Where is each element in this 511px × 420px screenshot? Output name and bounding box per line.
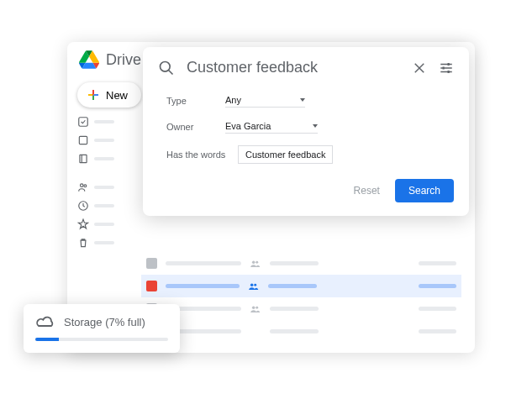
panel-actions: Reset Search xyxy=(158,179,454,202)
sidebar-item-computers[interactable] xyxy=(77,134,121,146)
devices-icon xyxy=(77,134,89,146)
filter-owner-value: Eva Garcia xyxy=(225,121,271,131)
storage-header: Storage (7% full) xyxy=(35,314,168,329)
star-icon xyxy=(77,218,89,230)
file-row[interactable] xyxy=(141,320,461,343)
svg-rect-1 xyxy=(79,136,87,144)
svg-rect-20 xyxy=(448,63,450,66)
placeholder xyxy=(94,241,114,244)
sidebar-item-trash[interactable] xyxy=(77,237,121,249)
meta-placeholder xyxy=(419,261,456,265)
meta-placeholder xyxy=(268,284,317,288)
svg-line-14 xyxy=(169,70,173,74)
svg-point-12 xyxy=(256,306,258,308)
search-button[interactable]: Search xyxy=(395,179,454,202)
cloud-icon xyxy=(35,314,55,329)
sidebar-item-people[interactable] xyxy=(77,181,121,193)
image-file-icon xyxy=(146,281,157,291)
placeholder xyxy=(94,204,114,207)
filename-placeholder xyxy=(166,261,241,265)
folder-icon xyxy=(146,258,157,269)
people-icon xyxy=(77,181,89,193)
file-row-selected[interactable] xyxy=(141,275,461,297)
filter-words-input[interactable]: Customer feedback xyxy=(238,145,333,164)
placeholder xyxy=(94,223,114,226)
filename-placeholder xyxy=(166,284,240,288)
svg-rect-22 xyxy=(448,71,450,73)
shared-icon xyxy=(250,260,261,268)
file-row[interactable] xyxy=(141,252,461,275)
meta-placeholder xyxy=(270,261,319,265)
sidebar-item-starred[interactable] xyxy=(77,218,121,230)
svg-point-10 xyxy=(254,283,256,286)
close-icon[interactable] xyxy=(412,60,427,76)
plus-icon xyxy=(86,87,101,102)
tune-icon[interactable] xyxy=(439,60,454,76)
sidebar-item-mydrive[interactable] xyxy=(77,116,121,128)
shared-icon xyxy=(248,282,260,291)
sidebar-item-shared[interactable] xyxy=(77,153,121,165)
file-row[interactable] xyxy=(141,297,461,320)
svg-rect-0 xyxy=(79,118,88,127)
storage-label: Storage (7% full) xyxy=(64,316,145,328)
drive-logo-icon xyxy=(79,50,99,69)
search-panel: Customer feedback Type Any Owner Eva Gar… xyxy=(143,47,469,216)
reset-button[interactable]: Reset xyxy=(354,185,380,197)
clock-icon xyxy=(77,200,89,212)
filter-owner-dropdown[interactable]: Eva Garcia xyxy=(225,119,318,134)
search-bar: Customer feedback xyxy=(158,59,454,76)
shared-icon xyxy=(250,305,261,313)
placeholder xyxy=(94,186,114,189)
new-button-label: New xyxy=(106,89,128,102)
search-icon xyxy=(158,60,175,76)
sidebar-item-recent[interactable] xyxy=(77,200,121,212)
svg-point-9 xyxy=(250,283,254,286)
chevron-down-icon xyxy=(300,98,305,102)
search-query[interactable]: Customer feedback xyxy=(187,59,400,76)
app-name: Drive xyxy=(106,51,141,69)
filter-words: Has the words Customer feedback xyxy=(166,145,454,164)
svg-point-7 xyxy=(252,260,256,264)
meta-placeholder xyxy=(419,329,456,333)
file-list xyxy=(141,252,461,343)
sidebar xyxy=(77,116,121,249)
filter-words-label: Has the words xyxy=(166,150,238,160)
filter-type-value: Any xyxy=(225,95,241,105)
svg-point-11 xyxy=(252,306,256,309)
meta-placeholder xyxy=(419,284,456,288)
meta-placeholder xyxy=(270,307,319,311)
placeholder xyxy=(94,157,114,160)
svg-rect-2 xyxy=(80,155,87,162)
chevron-down-icon xyxy=(313,124,318,128)
storage-bar-fill xyxy=(35,338,59,341)
svg-rect-21 xyxy=(443,66,445,69)
meta-placeholder xyxy=(419,307,456,311)
placeholder xyxy=(94,120,114,123)
filter-type: Type Any xyxy=(166,93,454,108)
storage-bar xyxy=(35,338,168,341)
filter-type-label: Type xyxy=(166,96,225,106)
svg-point-8 xyxy=(256,260,258,263)
filter-owner: Owner Eva Garcia xyxy=(166,119,454,134)
checkbox-icon xyxy=(77,116,89,128)
filter-type-dropdown[interactable]: Any xyxy=(225,93,305,108)
placeholder xyxy=(94,139,114,142)
book-icon xyxy=(77,153,89,165)
svg-point-5 xyxy=(84,185,87,187)
new-button[interactable]: New xyxy=(77,82,141,108)
svg-point-13 xyxy=(161,61,171,71)
storage-card[interactable]: Storage (7% full) xyxy=(24,304,180,353)
meta-placeholder xyxy=(270,329,319,333)
filter-owner-label: Owner xyxy=(166,122,225,132)
svg-point-4 xyxy=(81,184,84,187)
trash-icon xyxy=(77,237,89,249)
